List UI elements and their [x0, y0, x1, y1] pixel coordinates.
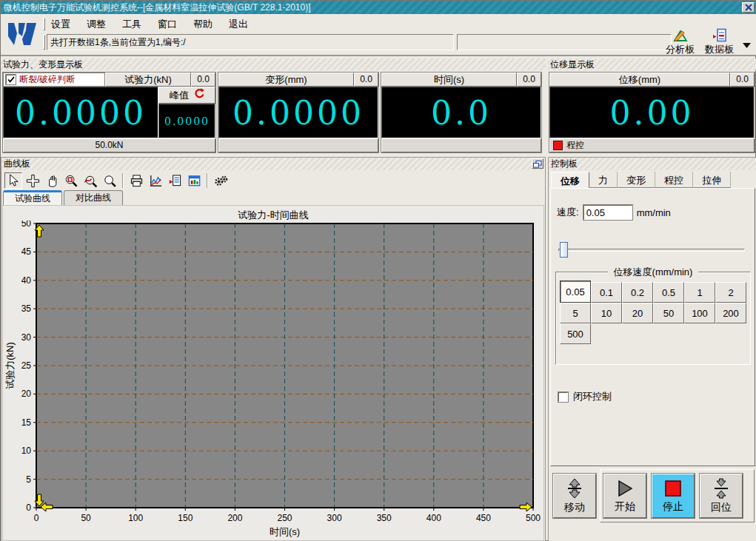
status-gripper [43, 35, 45, 50]
analysis-board-button[interactable]: 分析板 [664, 27, 696, 57]
speed-preset-0.1[interactable]: 0.1 [591, 282, 622, 303]
control-panel-title: 控制板 [551, 158, 578, 169]
zoom-curve-icon[interactable] [81, 172, 99, 189]
data-board-button[interactable]: 数据板 [703, 27, 735, 57]
speed-slider-track[interactable] [558, 249, 745, 252]
svg-text:200: 200 [227, 513, 242, 523]
speed-presets-group: 位移速度(mm/min) 0.050.10.20.512510205010020… [555, 272, 751, 365]
zoom-box-icon[interactable] [62, 172, 80, 189]
menu-item-设置[interactable]: 设置 [48, 17, 73, 32]
status-extra-box [457, 34, 672, 50]
speed-preset-0.2[interactable]: 0.2 [622, 282, 653, 303]
move-icon[interactable] [24, 172, 41, 189]
svg-text:30: 30 [21, 332, 32, 343]
menu-item-退出[interactable]: 退出 [226, 17, 251, 32]
svg-text:350: 350 [377, 513, 392, 523]
menu-bar: 设置调整工具窗口帮助退出 [48, 17, 251, 32]
speed-preset-1[interactable]: 1 [684, 282, 715, 303]
svg-text:时间(s): 时间(s) [270, 526, 300, 537]
deform-rate: 0.0 [354, 73, 378, 87]
peak-reset-icon[interactable] [193, 88, 204, 102]
start-button-label: 开始 [615, 500, 635, 514]
peak-header: 峰值 [158, 87, 215, 104]
data-window-icon[interactable] [185, 172, 203, 189]
chart-area: 试验力-时间曲线 0510152025303540455005010015020… [2, 205, 544, 541]
speed-preset-100[interactable]: 100 [684, 303, 715, 323]
control-tab-力[interactable]: 力 [589, 172, 618, 188]
move-button[interactable]: 移动 [553, 474, 596, 518]
displacement-panel: 位移(mm) 0.0 0.00 程控 [549, 72, 755, 153]
home-button[interactable]: 回位 [700, 474, 743, 518]
svg-text:40: 40 [21, 275, 32, 286]
hand-icon[interactable] [43, 172, 61, 189]
control-tab-程控[interactable]: 程控 [655, 172, 693, 188]
force-time-chart[interactable]: 0510152025303540455005010015020025030035… [3, 221, 543, 539]
gears-icon[interactable] [212, 172, 230, 189]
stop-button[interactable]: 停止 [652, 474, 695, 518]
displacement-section-title: 位移显示板 [548, 58, 756, 70]
speed-slider-thumb[interactable] [560, 242, 568, 258]
menu-item-帮助[interactable]: 帮助 [190, 17, 215, 32]
deform-value-display: 0.0000 [218, 87, 378, 138]
menu-item-窗口[interactable]: 窗口 [155, 17, 180, 32]
speed-preset-500[interactable]: 500 [560, 323, 591, 344]
chevron-down-icon[interactable] [743, 38, 751, 51]
menu-item-工具[interactable]: 工具 [119, 17, 144, 32]
restore-window-icon[interactable] [532, 158, 543, 169]
header-area: 设置调整工具窗口帮助退出 共打开数据1条,当前位置为1,编号:/ 分析板 [1, 14, 756, 56]
svg-text:0: 0 [34, 513, 39, 523]
speed-preset-2[interactable]: 2 [715, 282, 746, 303]
control-tab-拉伸[interactable]: 拉伸 [693, 172, 731, 188]
displacement-value-display: 0.00 [549, 87, 755, 138]
peak-value-display: 0.0000 [158, 104, 215, 138]
speed-preset-20[interactable]: 20 [622, 303, 653, 323]
speed-preset-50[interactable]: 50 [653, 303, 684, 323]
control-tab-变形[interactable]: 变形 [618, 172, 655, 188]
speed-input[interactable] [583, 205, 632, 220]
deform-panel: 变形(mm) 0.0 0.0000 [218, 72, 379, 153]
print-icon[interactable] [127, 172, 145, 189]
control-panel: 控制板 位移力变形程控拉伸 速度: mm/min 位移速度(mm/min) 0.… [548, 157, 756, 541]
close-icon[interactable] [742, 2, 755, 13]
time-strip [381, 138, 541, 152]
deform-strip [218, 138, 378, 152]
break-detect-checkbox[interactable] [6, 75, 16, 84]
curve-tab-试验曲线[interactable]: 试验曲线 [3, 190, 62, 205]
quick-actions: 分析板 数据板 [664, 27, 751, 57]
speed-preset-0.05[interactable]: 0.05 [560, 280, 591, 303]
svg-text:100: 100 [128, 513, 143, 523]
speed-label: 速度: [557, 206, 579, 219]
svg-text:5: 5 [26, 474, 31, 485]
cursor-icon[interactable] [4, 172, 22, 189]
status-message-box: 共打开数据1条,当前位置为1,编号:/ [47, 34, 454, 50]
titlebar: 微机控制电子万能试验机测控系统--[金属材料室温拉伸试验(GB/T 228.1-… [1, 1, 756, 14]
speed-unit: mm/min [637, 207, 671, 218]
closed-loop-label: 闭环控制 [573, 390, 612, 403]
report-icon[interactable] [166, 172, 184, 189]
force-range-label: 50.0kN [3, 138, 215, 152]
mode-strip: 程控 [549, 138, 755, 152]
start-button[interactable]: 开始 [603, 474, 646, 518]
speed-preset-10[interactable]: 10 [591, 303, 622, 323]
closed-loop-option[interactable]: 闭环控制 [558, 390, 612, 403]
speed-slider[interactable] [558, 242, 745, 258]
menu-gripper [43, 18, 45, 30]
curve-chart-icon[interactable] [147, 172, 164, 189]
speed-group-title: 位移速度(mm/min) [608, 266, 699, 278]
break-detect-option[interactable]: 断裂/破碎判断 [3, 73, 105, 87]
speed-preset-200[interactable]: 200 [715, 303, 746, 323]
svg-text:400: 400 [426, 513, 441, 523]
data-board-label: 数据板 [705, 43, 734, 56]
break-detect-label: 断裂/破碎判断 [19, 73, 75, 86]
speed-preset-5[interactable]: 5 [560, 303, 591, 323]
svg-text:50: 50 [21, 221, 32, 229]
zoom-out-icon[interactable] [101, 172, 118, 189]
displacement-rate: 0.0 [730, 73, 755, 87]
closed-loop-checkbox[interactable] [558, 392, 568, 402]
displacement-header: 位移(mm) [549, 73, 730, 87]
curve-tab-对比曲线[interactable]: 对比曲线 [64, 190, 123, 205]
curve-panel-title: 曲线板 [4, 158, 30, 169]
control-tab-位移[interactable]: 位移 [551, 172, 589, 188]
speed-preset-0.5[interactable]: 0.5 [653, 282, 684, 303]
menu-item-调整[interactable]: 调整 [84, 17, 109, 32]
